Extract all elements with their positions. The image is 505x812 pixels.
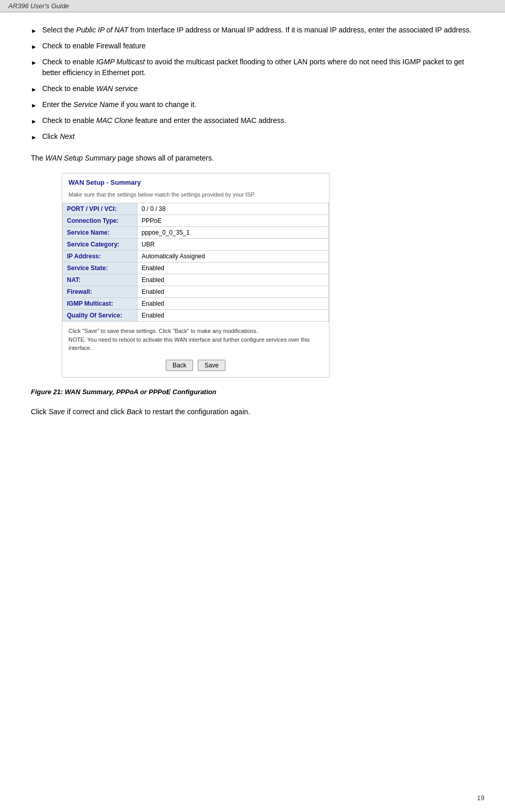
list-item: ► Enter the Service Name if you want to … [31, 99, 474, 110]
save-button[interactable]: Save [198, 360, 225, 371]
wan-save-note: Click "Save" to save these settings. Cli… [62, 322, 329, 355]
bullet-text-3: Check to enable IGMP Multicast to avoid … [42, 57, 474, 78]
back-button[interactable]: Back [166, 360, 193, 371]
table-cell-label: Quality Of Service: [63, 310, 137, 322]
table-cell-label: Connection Type: [63, 215, 137, 227]
table-row: Firewall:Enabled [63, 286, 329, 298]
bullet-arrow-2: ► [31, 42, 37, 51]
table-cell-label: IP Address: [63, 251, 137, 262]
table-row: PORT / VPI / VCI:0 / 0 / 38 [63, 203, 329, 215]
header-bar: AR396 User's Guide [0, 0, 505, 12]
bullet-text-2: Check to enable Firewall feature [42, 41, 474, 51]
table-cell-value: Enabled [137, 310, 329, 322]
table-row: Service Name:pppoe_0_0_35_1 [63, 227, 329, 239]
table-cell-label: IGMP Multicast: [63, 298, 137, 310]
table-row: Quality Of Service:Enabled [63, 310, 329, 322]
table-cell-label: Service Name: [63, 227, 137, 239]
table-cell-label: PORT / VPI / VCI: [63, 203, 137, 215]
table-row: IP Address:Automatically Assigned [63, 251, 329, 262]
summary-table: PORT / VPI / VCI:0 / 0 / 38Connection Ty… [62, 203, 329, 322]
table-row: NAT:Enabled [63, 274, 329, 286]
italic-igmp: IGMP Multicast [96, 58, 145, 66]
bullet-text-5: Enter the Service Name if you want to ch… [42, 99, 474, 110]
wan-summary-title: WAN Setup - Summary [62, 173, 329, 189]
table-cell-value: pppoe_0_0_35_1 [137, 227, 329, 239]
italic-service-name: Service Name [74, 100, 119, 109]
table-cell-value: Enabled [137, 262, 329, 274]
italic-wan-setup-summary: WAN Setup Summary [45, 154, 116, 162]
save-note-line1: Click "Save" to save these settings. Cli… [68, 327, 323, 336]
page-number: 19 [477, 794, 484, 802]
table-cell-label: Service Category: [63, 239, 137, 251]
wan-buttons-area: Back Save [62, 355, 329, 377]
italic-next: Next [60, 132, 75, 140]
table-cell-value: PPPoE [137, 215, 329, 227]
instruction-list: ► Select the Public IP of NAT from Inter… [31, 25, 474, 142]
table-cell-value: Enabled [137, 298, 329, 310]
bullet-arrow-4: ► [31, 85, 37, 94]
table-cell-value: 0 / 0 / 38 [137, 203, 329, 215]
bullet-text-6: Check to enable MAC Clone feature and en… [42, 115, 474, 126]
table-cell-value: Automatically Assigned [137, 251, 329, 262]
italic-mac-clone: MAC Clone [96, 116, 133, 125]
bullet-text-4: Check to enable WAN service [42, 83, 474, 94]
table-cell-value: Enabled [137, 274, 329, 286]
italic-public-ip: Public IP of NAT [76, 26, 128, 34]
bullet-arrow-3: ► [31, 58, 37, 67]
list-item: ► Select the Public IP of NAT from Inter… [31, 25, 474, 36]
table-cell-label: Service State: [63, 262, 137, 274]
wan-summary-box: WAN Setup - Summary Make sure that the s… [62, 173, 329, 378]
table-cell-value: UBR [137, 239, 329, 251]
bullet-arrow-7: ► [31, 133, 37, 142]
table-row: Connection Type:PPPoE [63, 215, 329, 227]
bullet-arrow-1: ► [31, 26, 37, 36]
table-cell-label: Firewall: [63, 286, 137, 298]
italic-save: Save [48, 408, 65, 416]
list-item: ► Check to enable IGMP Multicast to avoi… [31, 57, 474, 78]
bullet-arrow-6: ► [31, 117, 37, 126]
italic-wan-service: WAN service [96, 84, 138, 93]
table-cell-value: Enabled [137, 286, 329, 298]
bullet-text-7: Click Next [42, 131, 474, 142]
bullet-arrow-5: ► [31, 101, 37, 110]
closing-text: Click Save if correct and click Back to … [31, 406, 474, 417]
table-row: IGMP Multicast:Enabled [63, 298, 329, 310]
table-cell-label: NAT: [63, 274, 137, 286]
list-item: ► Check to enable Firewall feature [31, 41, 474, 51]
list-item: ► Click Next [31, 131, 474, 142]
list-item: ► Check to enable WAN service [31, 83, 474, 94]
italic-back: Back [127, 408, 143, 416]
bullet-text-1: Select the Public IP of NAT from Interfa… [42, 25, 474, 36]
header-title: AR396 User's Guide [8, 2, 69, 10]
list-item: ► Check to enable MAC Clone feature and … [31, 115, 474, 126]
summary-intro: The WAN Setup Summary page shows all of … [31, 152, 474, 164]
table-row: Service Category:UBR [63, 239, 329, 251]
wan-summary-note: Make sure that the settings below match … [62, 189, 329, 203]
save-note-line2: NOTE: You need to reboot to activate thi… [68, 336, 323, 352]
figure-caption: Figure 21: WAN Summary, PPPoA or PPPoE C… [31, 388, 474, 396]
main-content: ► Select the Public IP of NAT from Inter… [0, 12, 505, 438]
table-row: Service State:Enabled [63, 262, 329, 274]
